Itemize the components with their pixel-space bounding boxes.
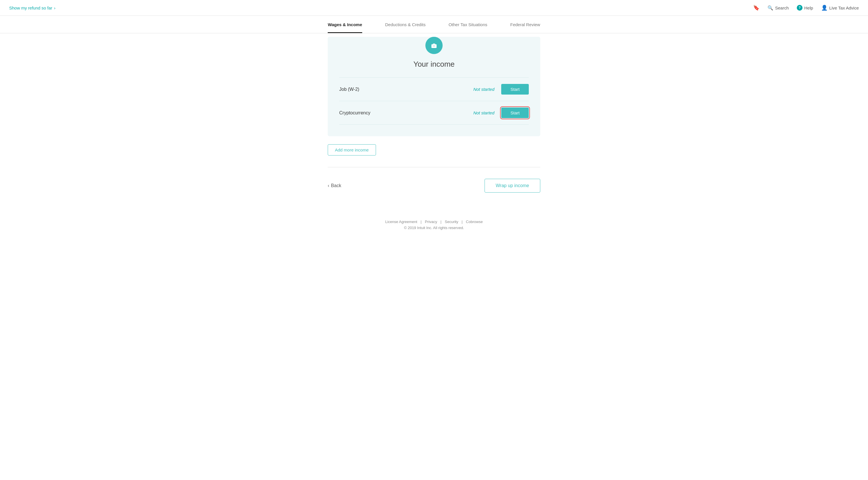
bottom-nav: ‹ Back Wrap up income — [328, 179, 540, 201]
cryptocurrency-label: Cryptocurrency — [339, 110, 370, 116]
footer: License Agreement | Privacy | Security |… — [0, 213, 868, 237]
live-tax-advice-link[interactable]: 👤 Live Tax Advice — [821, 5, 859, 11]
svg-rect-2 — [433, 46, 435, 46]
tab-deductions-credits[interactable]: Deductions & Credits — [385, 22, 426, 33]
svg-rect-1 — [433, 43, 435, 44]
header-right: 🔖 🔍 Search ? Help 👤 Live Tax Advice — [753, 5, 859, 11]
cryptocurrency-status: Not started — [473, 110, 494, 115]
footer-sep-2: | — [441, 219, 443, 224]
back-button[interactable]: ‹ Back — [328, 183, 341, 188]
help-icon: ? — [797, 5, 803, 11]
header: Show my refund so far › 🔖 🔍 Search ? Hel… — [0, 0, 868, 16]
back-label: Back — [331, 183, 341, 188]
tab-other-tax-situations[interactable]: Other Tax Situations — [448, 22, 488, 33]
help-link[interactable]: ? Help — [797, 5, 813, 11]
bookmark-icon[interactable]: 🔖 — [753, 5, 760, 11]
footer-license-link[interactable]: License Agreement — [385, 219, 417, 224]
income-row-job-w2: Job (W-2) Not started Start — [339, 77, 529, 101]
add-income-section: Add more income — [328, 144, 540, 155]
footer-sep-3: | — [462, 219, 464, 224]
add-more-income-button[interactable]: Add more income — [328, 144, 376, 155]
footer-links: License Agreement | Privacy | Security |… — [0, 219, 868, 224]
income-row-cryptocurrency: Cryptocurrency Not started Start — [339, 101, 529, 125]
income-icon-wrapper — [339, 37, 529, 54]
person-icon: 👤 — [821, 5, 828, 11]
job-w2-right: Not started Start — [473, 84, 529, 95]
briefcase-icon — [425, 37, 443, 54]
show-refund-label: Show my refund so far — [9, 5, 52, 10]
main-content: Your income Job (W-2) Not started Start … — [322, 33, 546, 213]
back-chevron-icon: ‹ — [328, 183, 329, 188]
footer-privacy-link[interactable]: Privacy — [425, 219, 437, 224]
nav-tabs: Wages & Income Deductions & Credits Othe… — [0, 16, 868, 33]
footer-copyright: © 2019 Intuit Inc. All rights reserved. — [0, 226, 868, 230]
footer-cobrowse-link[interactable]: Cobrowse — [466, 219, 483, 224]
search-icon: 🔍 — [768, 5, 773, 11]
show-refund-link[interactable]: Show my refund so far › — [9, 5, 56, 10]
wrap-up-income-button[interactable]: Wrap up income — [485, 179, 540, 192]
job-w2-status: Not started — [473, 87, 494, 92]
tab-federal-review[interactable]: Federal Review — [510, 22, 540, 33]
cryptocurrency-start-button[interactable]: Start — [501, 108, 529, 118]
income-title: Your income — [339, 60, 529, 69]
footer-sep-1: | — [421, 219, 423, 224]
section-divider — [328, 167, 540, 167]
job-w2-start-button[interactable]: Start — [501, 84, 529, 95]
help-label: Help — [804, 5, 813, 10]
income-card: Your income Job (W-2) Not started Start … — [328, 37, 540, 136]
search-link[interactable]: 🔍 Search — [768, 5, 789, 11]
chevron-right-icon: › — [54, 5, 56, 10]
cryptocurrency-right: Not started Start — [473, 108, 529, 118]
live-tax-advice-label: Live Tax Advice — [829, 5, 859, 10]
header-left: Show my refund so far › — [9, 5, 56, 10]
search-label: Search — [775, 5, 789, 10]
tab-wages-income[interactable]: Wages & Income — [328, 22, 362, 33]
footer-security-link[interactable]: Security — [445, 219, 458, 224]
job-w2-label: Job (W-2) — [339, 87, 359, 92]
